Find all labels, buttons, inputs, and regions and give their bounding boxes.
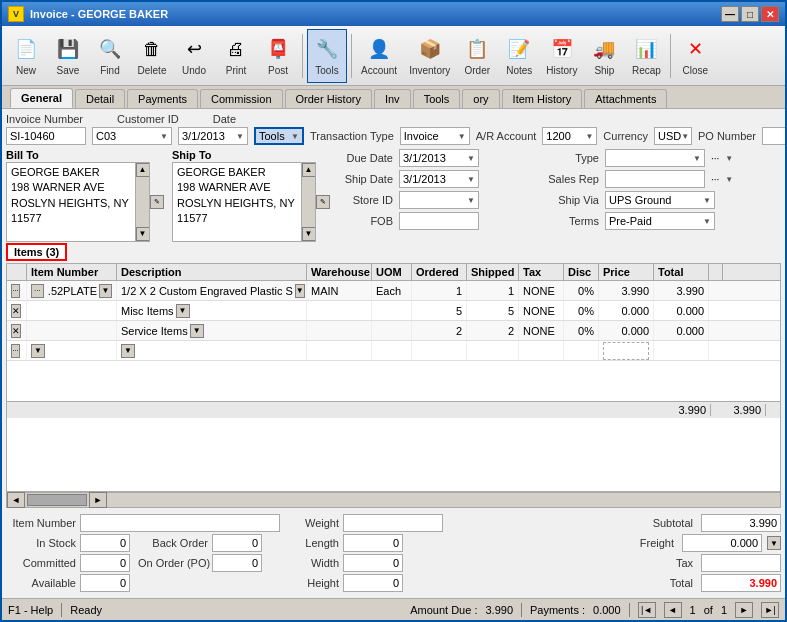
ship-to-text: GEORGE BAKER 198 WARNER AVE ROSLYN HEIGH…: [177, 166, 295, 224]
sales-rep-arrow[interactable]: ▼: [725, 175, 733, 184]
row4-item-dd[interactable]: ▼: [31, 344, 45, 358]
currency-dropdown[interactable]: USD ▼: [654, 127, 692, 145]
length-input[interactable]: [343, 534, 403, 552]
minimize-button[interactable]: —: [721, 6, 739, 22]
bill-scroll-up[interactable]: ▲: [136, 163, 150, 177]
row4-desc-dd[interactable]: ▼: [121, 344, 135, 358]
available-input[interactable]: [80, 574, 130, 592]
tab-inv[interactable]: Inv: [374, 89, 411, 108]
order-button[interactable]: 📋 Order: [457, 29, 497, 83]
row3-desc-dd[interactable]: ▼: [190, 324, 204, 338]
height-row: Height: [294, 574, 454, 592]
type-dots[interactable]: ···: [711, 153, 719, 164]
invoice-number-input[interactable]: [6, 127, 86, 145]
ship-scroll-down[interactable]: ▼: [302, 227, 316, 241]
bill-to-edit-btn[interactable]: ✎: [150, 195, 164, 209]
row1-item-dots[interactable]: ···: [31, 284, 44, 298]
row1-item-dd[interactable]: ▼: [99, 284, 112, 298]
row2-shipped: 5: [467, 301, 519, 320]
width-input[interactable]: [343, 554, 403, 572]
row3-x-btn[interactable]: ✕: [11, 324, 21, 338]
subtotal-label: Subtotal: [653, 517, 693, 529]
inventory-button[interactable]: 📦 Inventory: [404, 29, 455, 83]
close-button[interactable]: ✕ Close: [675, 29, 715, 83]
fob-input[interactable]: [399, 212, 479, 230]
in-stock-input[interactable]: [80, 534, 130, 552]
row4-price-input[interactable]: [603, 342, 649, 360]
first-page-btn[interactable]: |◄: [638, 602, 656, 618]
transaction-type-dropdown[interactable]: Invoice ▼: [400, 127, 470, 145]
history-label: History: [546, 65, 577, 76]
ship-button[interactable]: 🚚 Ship: [584, 29, 624, 83]
po-number-input[interactable]: [762, 127, 785, 145]
item-number-label: Item Number: [6, 517, 76, 529]
terms-dropdown[interactable]: Pre-Paid ▼: [605, 212, 715, 230]
account-button[interactable]: 👤 Account: [356, 29, 402, 83]
item-number-input[interactable]: [80, 514, 280, 532]
undo-button[interactable]: ↩ Undo: [174, 29, 214, 83]
prev-page-btn[interactable]: ◄: [664, 602, 682, 618]
scroll-thumb[interactable]: [27, 494, 87, 506]
tab-general[interactable]: General: [10, 88, 73, 108]
recap-button[interactable]: 📊 Recap: [626, 29, 666, 83]
tools-button[interactable]: 🔧 Tools: [307, 29, 347, 83]
ar-account-dropdown[interactable]: 1200 ▼: [542, 127, 597, 145]
row4-tax: [519, 341, 564, 360]
tab-tools[interactable]: Tools: [413, 89, 461, 108]
height-input[interactable]: [343, 574, 403, 592]
scroll-left-btn[interactable]: ◄: [7, 492, 25, 508]
sales-rep-dots[interactable]: ···: [711, 174, 719, 185]
due-date-dropdown[interactable]: 3/1/2013 ▼: [399, 149, 479, 167]
find-button[interactable]: 🔍 Find: [90, 29, 130, 83]
new-button[interactable]: 📄 New: [6, 29, 46, 83]
ship-date-dropdown[interactable]: 3/1/2013 ▼: [399, 170, 479, 188]
tab-order-history[interactable]: Order History: [285, 89, 372, 108]
tab-detail[interactable]: Detail: [75, 89, 125, 108]
tab-item-history[interactable]: Item History: [502, 89, 583, 108]
close-window-button[interactable]: ✕: [761, 6, 779, 22]
maximize-button[interactable]: □: [741, 6, 759, 22]
freight-dd[interactable]: ▼: [767, 536, 781, 550]
row1-disc: 0%: [564, 281, 599, 300]
type-extra-arrow[interactable]: ▼: [725, 154, 733, 163]
date-dropdown[interactable]: 3/1/2013 ▼: [178, 127, 248, 145]
type-dropdown[interactable]: ▼: [605, 149, 705, 167]
tools-dropdown[interactable]: Tools ▼: [254, 127, 304, 145]
row2-x-btn[interactable]: ✕: [11, 304, 21, 318]
row1-desc-dd[interactable]: ▼: [295, 284, 305, 298]
committed-input[interactable]: [80, 554, 130, 572]
tab-commission[interactable]: Commission: [200, 89, 283, 108]
notes-button[interactable]: 📝 Notes: [499, 29, 539, 83]
row2-desc-dd[interactable]: ▼: [176, 304, 190, 318]
ship-via-dropdown[interactable]: UPS Ground ▼: [605, 191, 715, 209]
tab-attachments[interactable]: Attachments: [584, 89, 667, 108]
freight-input[interactable]: [682, 534, 762, 552]
sales-rep-input[interactable]: [605, 170, 705, 188]
bill-to-scroll[interactable]: ▲ ▼: [135, 163, 149, 241]
tab-payments[interactable]: Payments: [127, 89, 198, 108]
delete-button[interactable]: 🗑 Delete: [132, 29, 172, 83]
post-button[interactable]: 📮 Post: [258, 29, 298, 83]
weight-input[interactable]: [343, 514, 443, 532]
customer-id-dropdown[interactable]: C03 ▼: [92, 127, 172, 145]
print-button[interactable]: 🖨 Print: [216, 29, 256, 83]
on-order-input[interactable]: [212, 554, 262, 572]
back-order-input[interactable]: [212, 534, 262, 552]
bill-scroll-down[interactable]: ▼: [136, 227, 150, 241]
ship-to-edit-btn[interactable]: ✎: [316, 195, 330, 209]
ship-scroll-up[interactable]: ▲: [302, 163, 316, 177]
history-button[interactable]: 📅 History: [541, 29, 582, 83]
row1-dots-btn[interactable]: ···: [11, 284, 20, 298]
last-page-btn[interactable]: ►|: [761, 602, 779, 618]
height-label: Height: [294, 577, 339, 589]
ship-to-scroll[interactable]: ▲ ▼: [301, 163, 315, 241]
row4-dots-btn[interactable]: ···: [11, 344, 20, 358]
store-id-dropdown[interactable]: ▼: [399, 191, 479, 209]
ship-via-label: Ship Via: [544, 194, 599, 206]
store-id-arrow: ▼: [467, 196, 475, 205]
scroll-right-btn[interactable]: ►: [89, 492, 107, 508]
horizontal-scrollbar[interactable]: ◄ ►: [6, 492, 781, 508]
save-button[interactable]: 💾 Save: [48, 29, 88, 83]
tab-ory[interactable]: ory: [462, 89, 499, 108]
next-page-btn[interactable]: ►: [735, 602, 753, 618]
